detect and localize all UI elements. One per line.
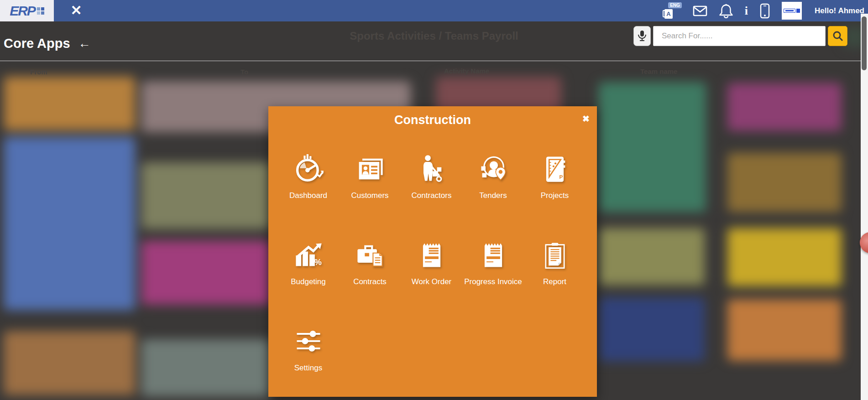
modal-close-icon[interactable]: ✖ xyxy=(582,114,590,124)
language-badge: ENG xyxy=(668,2,682,8)
contractors-icon xyxy=(415,153,448,186)
svg-text:%: % xyxy=(314,258,321,267)
mail-icon[interactable] xyxy=(693,5,707,17)
search-button[interactable] xyxy=(828,26,847,46)
app-tile xyxy=(599,228,705,285)
tenders-icon xyxy=(477,153,510,186)
mobile-icon[interactable] xyxy=(760,3,770,19)
close-launcher-icon[interactable]: ✕ xyxy=(68,2,85,19)
app-item-progress-invoice[interactable]: Progress Invoice xyxy=(462,239,524,286)
app-item-work-order[interactable]: Work Order xyxy=(401,239,462,286)
app-tile xyxy=(727,228,842,286)
app-tile xyxy=(727,153,842,212)
progress-invoice-icon xyxy=(477,239,510,272)
app-label: Settings xyxy=(294,364,322,373)
app-label: Projects xyxy=(541,191,569,200)
work-order-icon xyxy=(415,239,448,272)
budgeting-icon: % xyxy=(292,239,325,272)
settings-icon xyxy=(292,325,325,358)
app-item-contracts[interactable]: Contracts xyxy=(339,239,401,286)
app-label: Contracts xyxy=(353,277,387,286)
app-tile xyxy=(141,241,272,305)
translate-page-front: A xyxy=(664,9,673,19)
app-item-report[interactable]: Report xyxy=(524,239,586,286)
app-item-budgeting[interactable]: % Budgeting xyxy=(277,239,339,286)
scrollbar-thumb[interactable] xyxy=(862,16,867,70)
erp-logo[interactable]: ERP xyxy=(0,0,54,21)
field-label-to: To xyxy=(241,68,248,76)
app-tile xyxy=(4,331,135,395)
bell-icon[interactable] xyxy=(719,4,733,18)
app-item-customers[interactable]: Customers xyxy=(339,153,401,200)
modal-title: Construction xyxy=(394,113,471,127)
report-icon xyxy=(539,239,571,272)
user-greeting: Hello! Ahmed xyxy=(815,6,864,16)
search-bar xyxy=(633,26,847,46)
search-icon xyxy=(832,30,844,42)
dashboard-icon xyxy=(292,153,325,186)
field-label-from: From xyxy=(30,68,47,76)
app-item-projects[interactable]: P Projects xyxy=(524,153,586,200)
app-label: Tenders xyxy=(479,191,507,200)
app-label: Contractors xyxy=(412,191,452,200)
app-item-settings[interactable]: Settings xyxy=(277,325,339,373)
app-item-contractors[interactable]: Contractors xyxy=(401,153,462,200)
svg-text:P: P xyxy=(559,174,563,180)
field-label-activity: Activity Name xyxy=(444,67,489,75)
app-tile xyxy=(141,162,272,229)
app-item-tenders[interactable]: Tenders xyxy=(462,153,524,200)
app-label: Report xyxy=(543,277,566,286)
customers-icon xyxy=(354,153,387,186)
back-arrow-icon[interactable]: ← xyxy=(78,37,91,50)
page-title: Core Apps xyxy=(4,36,70,51)
app-tile xyxy=(727,83,842,131)
contracts-icon xyxy=(354,239,387,272)
app-label: Dashboard xyxy=(289,191,327,200)
microphone-button[interactable] xyxy=(633,26,651,46)
top-bar: ERP ✕ ENG A xyxy=(0,0,868,21)
erp-logo-text: ERP xyxy=(10,4,35,18)
header-divider xyxy=(0,61,868,61)
microphone-icon xyxy=(636,30,648,42)
construction-modal: Construction ✖ xyxy=(268,106,597,397)
topbar-right-icons: ENG A i xyxy=(663,0,864,21)
scrollbar-track[interactable] xyxy=(861,14,868,400)
app-label: Customers xyxy=(351,191,388,200)
page: ERP ✕ ENG A xyxy=(0,0,868,400)
company-logo xyxy=(782,2,802,20)
app-label: Progress Invoice xyxy=(464,277,522,286)
app-tile xyxy=(4,77,135,130)
projects-icon: P xyxy=(539,153,571,186)
app-tile xyxy=(141,339,272,396)
erp-logo-blocks xyxy=(37,7,44,15)
app-label: Work Order xyxy=(412,277,452,286)
content-area: Sports Activities / Teams Payroll From T… xyxy=(0,21,868,400)
app-tile xyxy=(727,299,842,361)
translate-icon[interactable]: ENG A xyxy=(663,2,681,20)
launcher-header: Core Apps ← xyxy=(4,36,91,51)
app-item-dashboard[interactable]: Dashboard xyxy=(277,153,339,200)
app-label: Budgeting xyxy=(291,277,326,286)
modal-app-grid: Dashboard xyxy=(268,134,597,373)
modal-header: Construction ✖ xyxy=(268,106,597,134)
field-label-team: Team name xyxy=(640,68,677,75)
info-icon[interactable]: i xyxy=(745,5,748,17)
app-tile xyxy=(4,137,135,310)
app-tile xyxy=(599,82,706,212)
search-input[interactable] xyxy=(653,26,826,46)
app-tile xyxy=(599,297,705,361)
